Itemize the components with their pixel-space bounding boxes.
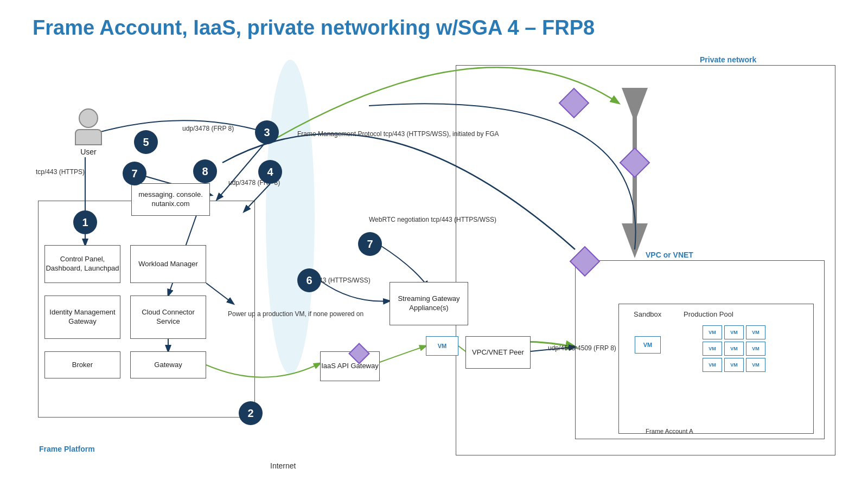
cloud-connector-box: Cloud Connector Service — [130, 296, 206, 339]
circle-4: 4 — [258, 160, 282, 184]
production-pool-label: Production Pool — [684, 310, 733, 319]
page-title: Frame Account, IaaS, private networking … — [33, 16, 595, 40]
gateway-box: Gateway — [130, 351, 206, 378]
frame-account-label: Frame Account A — [646, 427, 693, 435]
identity-mgmt-box: Identity Management Gateway — [44, 296, 120, 339]
circle-3: 3 — [255, 120, 279, 144]
control-panel-box: Control Panel, Dashboard, Launchpad — [44, 245, 120, 283]
iaas-api-gateway-box: IaaS API Gateway — [320, 351, 380, 381]
vm-grid-2: VM — [724, 325, 744, 339]
streaming-gateway-box: Streaming Gateway Appliance(s) — [390, 282, 468, 325]
circle-5: 5 — [134, 130, 158, 154]
sandbox-label: Sandbox — [634, 310, 661, 319]
user-figure: User — [75, 108, 102, 156]
vm-grid-9: VM — [746, 358, 765, 372]
circle-7b: 7 — [358, 232, 382, 256]
udp-4503-label: udp/4503-4509 (FRP 8) — [548, 344, 616, 353]
vm-grid-4: VM — [703, 342, 722, 356]
circle-1: 1 — [73, 210, 97, 234]
user-head-icon — [79, 108, 98, 128]
circle-7a: 7 — [123, 162, 146, 185]
frame-platform-label: Frame Platform — [39, 445, 95, 453]
vm-main-box: VM — [426, 336, 458, 356]
vm-grid-6: VM — [746, 342, 765, 356]
internet-label: Internet — [270, 461, 296, 471]
workload-manager-box: Workload Manager — [130, 245, 206, 283]
vm-grid-3: VM — [746, 325, 765, 339]
private-network-label: Private network — [700, 55, 756, 64]
circle-6: 6 — [297, 268, 321, 292]
vm-sandbox-box: VM — [635, 336, 661, 354]
circle-2: 2 — [239, 401, 263, 425]
udp-3478-top-label: udp/3478 (FRP 8) — [182, 125, 234, 133]
internet-blob — [266, 60, 315, 374]
fmp-label: Frame Management Protocol tcp/443 (HTTPS… — [297, 130, 499, 139]
vpc-vnet-peer-box: VPC/VNET Peer — [465, 336, 531, 369]
vm-grid-8: VM — [724, 358, 744, 372]
vm-grid-1: VM — [703, 325, 722, 339]
power-up-label: Power up a production VM, if none powere… — [228, 310, 363, 319]
broker-box: Broker — [44, 351, 120, 378]
circle-8: 8 — [193, 159, 217, 183]
messaging-box: messaging. console. nutanix.com — [131, 183, 210, 216]
vm-grid-5: VM — [724, 342, 744, 356]
vm-grid-7: VM — [703, 358, 722, 372]
tcp-443-label: tcp/443 (HTTPS) — [36, 168, 85, 177]
user-label: User — [80, 147, 97, 156]
webrtc-label: WebRTC negotiation tcp/443 (HTTPS/WSS) — [369, 216, 496, 224]
user-body-icon — [75, 129, 102, 145]
